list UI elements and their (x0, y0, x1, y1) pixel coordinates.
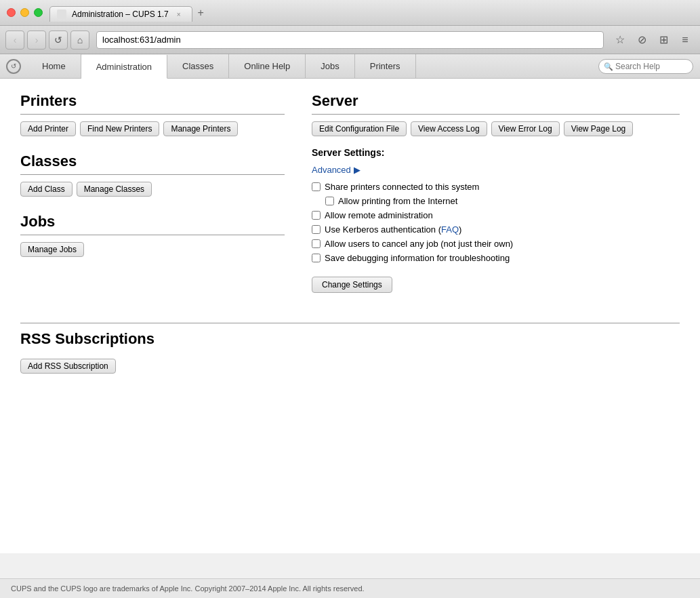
cancel-any-checkbox[interactable] (312, 239, 321, 248)
main-content: Printers Add Printer Find New Printers M… (0, 79, 700, 553)
printers-section: Printers Add Printer Find New Printers M… (20, 92, 285, 136)
search-box: 🔍 (598, 54, 693, 78)
allow-internet-checkbox[interactable] (325, 197, 334, 205)
forward-button[interactable]: › (27, 31, 46, 49)
address-bar-container (96, 31, 604, 49)
printers-buttons: Add Printer Find New Printers Manage Pri… (20, 121, 285, 136)
server-section: Server Edit Configuration File View Acce… (312, 92, 680, 293)
checkboxes-container: Share printers connected to this system … (312, 182, 680, 263)
debug-row: Save debugging information for troublesh… (312, 253, 680, 263)
share-printers-checkbox[interactable] (312, 182, 321, 191)
classes-buttons: Add Class Manage Classes (20, 182, 285, 197)
kerberos-label: Use Kerberos authentication (FAQ) (325, 224, 461, 235)
allow-remote-row: Allow remote administration (312, 210, 680, 220)
menu-icon: ≡ (682, 34, 688, 46)
adblock-button[interactable]: ⊘ (632, 31, 651, 49)
left-column: Printers Add Printer Find New Printers M… (20, 92, 305, 309)
debug-label: Save debugging information for troublesh… (325, 253, 510, 263)
back-icon: ‹ (14, 35, 17, 45)
puzzle-icon: ⊞ (659, 33, 668, 46)
cups-logo-icon: ↺ (6, 59, 21, 74)
nav-tabs: ↺ Home Administration Classes Online Hel… (0, 54, 700, 79)
jobs-title: Jobs (20, 213, 285, 235)
search-icon: 🔍 (604, 62, 613, 71)
add-printer-button[interactable]: Add Printer (20, 121, 76, 136)
maximize-button[interactable] (34, 8, 43, 17)
toolbar-right: ☆ ⊘ ⊞ ≡ (611, 31, 695, 49)
content-columns: Printers Add Printer Find New Printers M… (20, 92, 680, 309)
tab-home[interactable]: Home (27, 54, 81, 78)
server-buttons: Edit Configuration File View Access Log … (312, 121, 680, 136)
advanced-label: Advanced (312, 165, 351, 175)
tab-favicon (57, 9, 66, 19)
manage-printers-button[interactable]: Manage Printers (163, 121, 238, 136)
browser-toolbar: ‹ › ↺ ⌂ ☆ ⊘ ⊞ ≡ (0, 26, 700, 54)
active-tab[interactable]: Administration – CUPS 1.7 × (49, 6, 192, 22)
tab-jobs[interactable]: Jobs (306, 54, 354, 78)
tab-administration[interactable]: Administration (81, 55, 167, 79)
add-rss-button[interactable]: Add RSS Subscription (20, 359, 116, 374)
debug-checkbox[interactable] (312, 254, 321, 262)
faq-link[interactable]: FAQ (441, 224, 459, 235)
titlebar: Administration – CUPS 1.7 × + (0, 0, 700, 26)
view-error-log-button[interactable]: View Error Log (491, 121, 560, 136)
classes-section: Classes Add Class Manage Classes (20, 153, 285, 197)
tab-printers[interactable]: Printers (355, 54, 416, 78)
share-printers-row: Share printers connected to this system (312, 182, 680, 192)
adblock-icon: ⊘ (638, 33, 646, 46)
jobs-buttons: Manage Jobs (20, 242, 285, 257)
new-tab-button[interactable]: + (192, 5, 209, 20)
footer-text: CUPS and the CUPS logo are trademarks of… (11, 584, 365, 593)
address-input[interactable] (96, 31, 604, 49)
cancel-any-row: Allow users to cancel any job (not just … (312, 239, 680, 249)
printers-title: Printers (20, 92, 285, 115)
edit-config-button[interactable]: Edit Configuration File (312, 121, 407, 136)
extensions-button[interactable]: ⊞ (654, 31, 673, 49)
bookmark-button[interactable]: ☆ (611, 31, 630, 49)
menu-button[interactable]: ≡ (676, 31, 695, 49)
rss-section: RSS Subscriptions Add RSS Subscription (20, 323, 680, 374)
jobs-section: Jobs Manage Jobs (20, 213, 285, 257)
tab-close-button[interactable]: × (177, 11, 181, 18)
find-new-printers-button[interactable]: Find New Printers (80, 121, 159, 136)
share-printers-label: Share printers connected to this system (325, 182, 479, 192)
view-access-log-button[interactable]: View Access Log (411, 121, 487, 136)
reload-icon: ↺ (54, 35, 62, 45)
add-class-button[interactable]: Add Class (20, 182, 73, 197)
minimize-button[interactable] (20, 8, 29, 17)
advanced-toggle[interactable]: Advanced ▶ (312, 165, 680, 175)
search-wrapper: 🔍 (598, 59, 693, 74)
home-button[interactable]: ⌂ (70, 31, 89, 49)
cancel-any-label: Allow users to cancel any job (not just … (325, 239, 513, 249)
tab-online-help[interactable]: Online Help (229, 54, 306, 78)
window-controls (7, 8, 43, 17)
footer: CUPS and the CUPS logo are trademarks of… (0, 578, 700, 598)
allow-remote-checkbox[interactable] (312, 211, 321, 220)
allow-remote-label: Allow remote administration (325, 210, 433, 220)
advanced-arrow: ▶ (354, 165, 361, 175)
server-title: Server (312, 92, 680, 115)
reload-button[interactable]: ↺ (49, 31, 68, 49)
rss-title: RSS Subscriptions (20, 330, 680, 352)
close-button[interactable] (7, 8, 16, 17)
tab-title: Administration – CUPS 1.7 (72, 9, 169, 19)
allow-internet-row: Allow printing from the Internet (325, 196, 680, 206)
tab-classes[interactable]: Classes (167, 54, 229, 78)
cups-icon: ↺ (11, 62, 16, 70)
server-settings-label: Server Settings: (312, 147, 680, 158)
right-column: Server Edit Configuration File View Acce… (305, 92, 680, 309)
cups-logo: ↺ (0, 54, 27, 78)
star-icon: ☆ (615, 33, 625, 46)
back-button[interactable]: ‹ (5, 31, 24, 49)
manage-classes-button[interactable]: Manage Classes (77, 182, 152, 197)
change-settings-button[interactable]: Change Settings (312, 277, 392, 293)
rss-buttons: Add RSS Subscription (20, 359, 680, 374)
forward-icon: › (35, 35, 39, 45)
allow-internet-label: Allow printing from the Internet (338, 196, 457, 206)
kerberos-checkbox[interactable] (312, 225, 321, 234)
manage-jobs-button[interactable]: Manage Jobs (20, 242, 84, 257)
view-page-log-button[interactable]: View Page Log (564, 121, 634, 136)
classes-title: Classes (20, 153, 285, 175)
tab-area: Administration – CUPS 1.7 × + (49, 5, 693, 20)
rss-divider (20, 323, 680, 323)
